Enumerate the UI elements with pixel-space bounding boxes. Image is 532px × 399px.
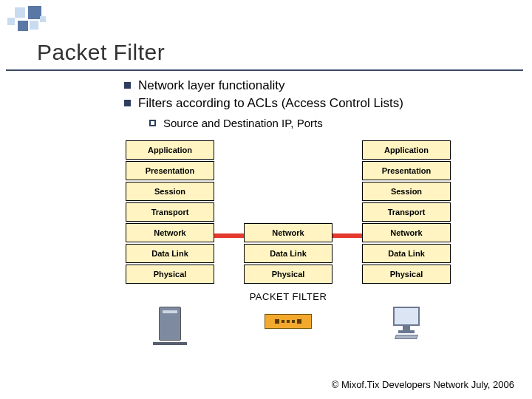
square-bullet-icon xyxy=(124,82,131,89)
pc-icon xyxy=(362,307,451,345)
sub-bullet-item: Source and Destination IP, Ports xyxy=(149,115,403,131)
bullet-item: Filters according to ACLs (Access Contro… xyxy=(124,95,403,112)
osi-stack-right: Application Presentation Session Transpo… xyxy=(362,140,451,285)
slide-decoration xyxy=(7,6,74,35)
layer-network: Network xyxy=(126,223,214,242)
device-row xyxy=(126,307,451,345)
layer-datalink: Data Link xyxy=(126,244,214,263)
layer-session: Session xyxy=(362,182,451,201)
layer-physical: Physical xyxy=(362,265,451,284)
layer-presentation: Presentation xyxy=(362,161,451,180)
title-rule xyxy=(6,69,523,71)
osi-stack-filter: Network Data Link Physical xyxy=(244,223,332,285)
layer-transport: Transport xyxy=(126,202,214,222)
bullet-list: Network layer functionality Filters acco… xyxy=(124,77,403,131)
server-icon xyxy=(126,307,214,345)
layer-session: Session xyxy=(126,182,214,201)
slide-title: Packet Filter xyxy=(37,40,165,65)
layer-network: Network xyxy=(362,223,451,242)
layer-application: Application xyxy=(362,140,451,160)
layer-physical: Physical xyxy=(126,265,214,284)
layer-presentation: Presentation xyxy=(126,161,214,180)
sub-bullet-text: Source and Destination IP, Ports xyxy=(163,115,323,131)
firewall-icon xyxy=(244,307,332,345)
layer-physical: Physical xyxy=(244,265,332,284)
bullet-text: Filters according to ACLs (Access Contro… xyxy=(138,95,403,112)
diagram-caption: PACKET FILTER xyxy=(126,291,451,302)
square-bullet-icon xyxy=(124,100,131,106)
layer-application: Application xyxy=(126,140,214,160)
footer-copyright: © Mixof.Tix Developers Network July, 200… xyxy=(332,379,514,390)
layer-network: Network xyxy=(244,223,332,242)
layer-datalink: Data Link xyxy=(244,244,332,263)
osi-stack-left: Application Presentation Session Transpo… xyxy=(126,140,214,285)
open-square-bullet-icon xyxy=(149,120,156,126)
layer-transport: Transport xyxy=(362,202,451,222)
osi-diagram: Application Presentation Session Transpo… xyxy=(126,140,451,345)
bullet-item: Network layer functionality xyxy=(124,77,403,95)
slide: Packet Filter Network layer functionalit… xyxy=(0,0,532,399)
bullet-text: Network layer functionality xyxy=(138,77,284,95)
layer-datalink: Data Link xyxy=(362,244,451,263)
